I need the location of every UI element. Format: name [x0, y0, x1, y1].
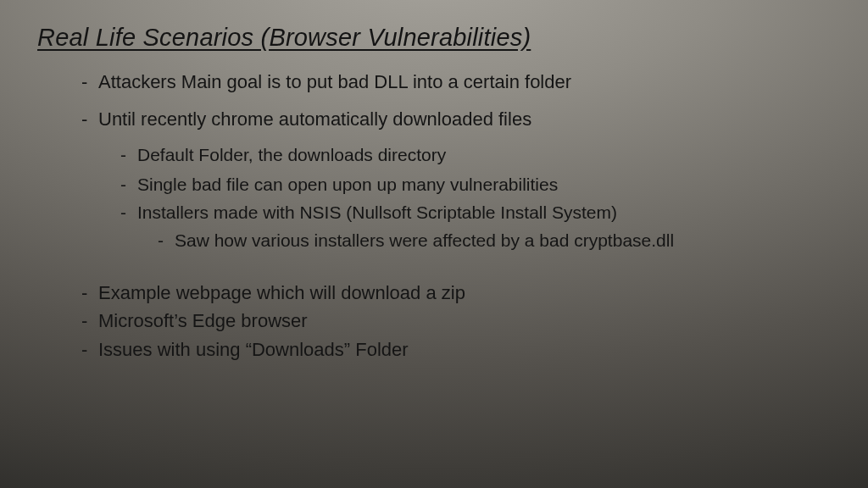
list-item: Attackers Main goal is to put bad DLL in… — [37, 70, 831, 94]
list-item: Microsoft’s Edge browser — [37, 309, 831, 333]
list-item: Until recently chrome automatically down… — [37, 108, 831, 131]
bullet-list: Attackers Main goal is to put bad DLL in… — [37, 70, 831, 361]
list-item: Installers made with NSIS (Nullsoft Scri… — [37, 202, 831, 225]
list-item: Default Folder, the downloads directory — [37, 144, 831, 167]
list-item: Saw how various installers were affected… — [37, 230, 831, 252]
list-item: Single bad file can open upon up many vu… — [37, 174, 831, 197]
slide: Real Life Scenarios (Browser Vulnerabili… — [0, 0, 868, 488]
list-item: Example webpage which will download a zi… — [37, 281, 831, 305]
slide-title: Real Life Scenarios (Browser Vulnerabili… — [37, 24, 831, 52]
list-item: Issues with using “Downloads” Folder — [37, 338, 831, 362]
